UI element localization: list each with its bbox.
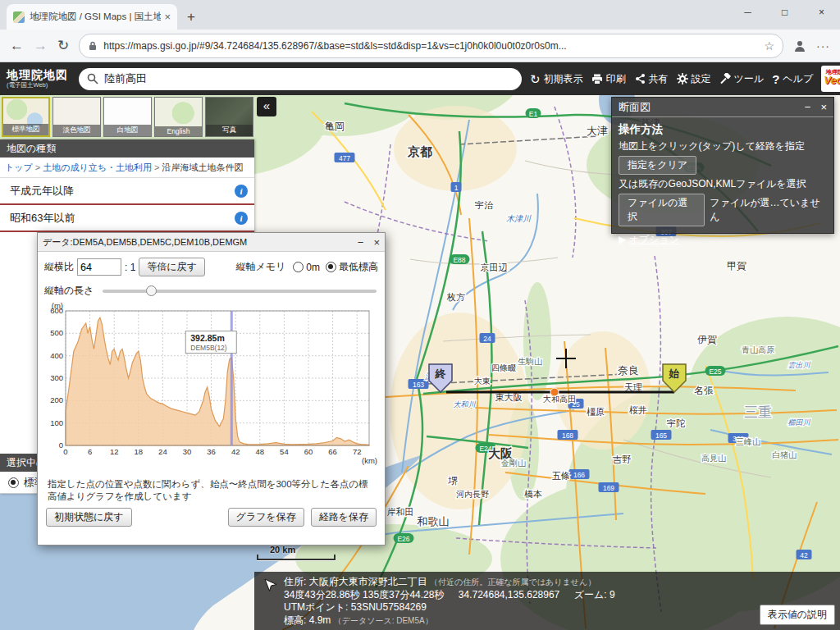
- save-graph-button[interactable]: グラフを保存: [228, 508, 304, 527]
- svg-text:163: 163: [413, 381, 424, 389]
- basemap-thumb-white[interactable]: 白地図: [103, 97, 152, 137]
- instructions-title: 操作方法: [619, 122, 827, 137]
- svg-text:木津川: 木津川: [506, 214, 532, 223]
- svg-text:始: 始: [669, 368, 680, 380]
- svg-text:60: 60: [304, 447, 313, 456]
- help-button[interactable]: ? ヘルプ: [772, 72, 813, 86]
- svg-text:河内長野: 河内長野: [456, 490, 489, 499]
- options-arrow-icon: ▶: [619, 234, 626, 245]
- window-maximize-button[interactable]: □: [766, 0, 803, 25]
- new-tab-button[interactable]: +: [187, 10, 195, 24]
- browser-menu-icon[interactable]: ···: [816, 39, 830, 52]
- address-bar[interactable]: https://maps.gsi.go.jp/#9/34.724684/135.…: [79, 34, 783, 58]
- print-button[interactable]: 印刷: [591, 72, 626, 86]
- share-icon: [634, 73, 646, 84]
- tools-button[interactable]: ツール: [719, 72, 765, 86]
- breadcrumb-item[interactable]: 土地の成り立ち・土地利用: [43, 162, 152, 172]
- svg-text:大和高田: 大和高田: [543, 395, 576, 404]
- clear-route-button[interactable]: 指定をクリア: [619, 156, 696, 175]
- window-close-button[interactable]: ×: [803, 0, 840, 25]
- options-toggle[interactable]: ▶ オプション: [619, 233, 827, 247]
- svg-text:桜井: 桜井: [629, 405, 647, 415]
- bookmark-star-icon[interactable]: ☆: [764, 39, 774, 52]
- svg-text:24: 24: [158, 447, 167, 456]
- svg-text:165: 165: [655, 431, 667, 440]
- yaxis-option[interactable]: 0m: [293, 262, 320, 273]
- svg-text:E88: E88: [453, 256, 465, 264]
- svg-text:166: 166: [573, 471, 585, 479]
- profile-avatar-icon[interactable]: [793, 39, 806, 52]
- reload-button[interactable]: ↻: [57, 39, 69, 52]
- svg-text:(km): (km): [362, 456, 377, 465]
- svg-text:大和川: 大和川: [454, 400, 477, 409]
- svg-text:168: 168: [562, 431, 573, 440]
- svg-text:200: 200: [50, 395, 63, 404]
- panel-minimize-button[interactable]: −: [805, 101, 811, 113]
- reset-view-button[interactable]: ↻ 初期表示: [530, 72, 583, 86]
- basemap-thumb-photo[interactable]: 写真: [205, 97, 253, 137]
- yaxis-option-label: 0m: [306, 262, 320, 273]
- search-value: 陸前高田: [104, 71, 147, 86]
- yaxis-option[interactable]: 最低標高: [326, 260, 378, 274]
- basemap-thumb-pale[interactable]: 淡色地図: [52, 97, 101, 137]
- reset-aspect-button[interactable]: 等倍に戻す: [139, 258, 205, 276]
- panel-close-button[interactable]: ×: [820, 101, 827, 113]
- share-button[interactable]: 共有: [634, 72, 669, 86]
- yaxis-mode-label: 縦軸メモリ: [235, 260, 285, 274]
- svg-text:477: 477: [339, 154, 350, 162]
- svg-text:宇治: 宇治: [475, 200, 494, 210]
- map-scale-bar: 20 km: [257, 545, 336, 560]
- value-explanation-button[interactable]: 表示値の説明: [760, 605, 835, 625]
- slider-thumb[interactable]: [146, 285, 157, 296]
- settings-button[interactable]: 設定: [677, 72, 711, 86]
- layer-label: 平成元年以降: [10, 184, 74, 199]
- svg-text:天理: 天理: [624, 382, 642, 392]
- svg-text:42: 42: [231, 447, 240, 456]
- tab-favicon: [13, 11, 25, 23]
- layer-item[interactable]: 平成元年以降i: [0, 178, 254, 205]
- sidebar-collapse-button[interactable]: «: [257, 97, 276, 116]
- browser-tab[interactable]: 地理院地図 / GSI Maps | 国土地... ×: [7, 4, 177, 30]
- dialog-minimize-button[interactable]: −: [358, 236, 364, 249]
- window-controls: ─ □ ×: [729, 0, 840, 25]
- layer-label: 昭和63年以前: [10, 211, 75, 226]
- layer-item[interactable]: 昭和63年以前i: [0, 205, 254, 232]
- svg-text:宇陀: 宇陀: [667, 418, 685, 428]
- route-point-marker[interactable]: [550, 388, 559, 396]
- reload-icon: ↻: [530, 73, 541, 85]
- yaxis-mode-group: 縦軸メモリ 0m最低標高: [235, 260, 378, 274]
- gsi-vector-badge[interactable]: 地理院地図 Vector: [821, 66, 840, 92]
- reset-state-button[interactable]: 初期状態に戻す: [46, 508, 132, 527]
- yaxis-length-label: 縦軸の長さ: [44, 284, 94, 298]
- svg-text:三重: 三重: [744, 404, 772, 420]
- tab-close-icon[interactable]: ×: [164, 11, 171, 23]
- breadcrumb-item[interactable]: トップ: [5, 162, 33, 172]
- search-input[interactable]: 陸前高田: [79, 68, 522, 90]
- browser-tab-bar: 地理院地図 / GSI Maps | 国土地... × + ─ □ ×: [0, 0, 840, 30]
- svg-text:吉野: 吉野: [612, 454, 631, 464]
- zoom-label: ズーム:: [574, 589, 607, 600]
- dialog-note: 指定した点の位置や点数に関わらず、始点〜終点間を300等分した各点の標高値よりグ…: [38, 477, 385, 504]
- elevation-profile-chart[interactable]: 0100200300400500600061218243036424854606…: [41, 301, 379, 475]
- radio-icon: [293, 262, 304, 272]
- app-logo[interactable]: 地理院地図 (電子国土Web): [7, 69, 71, 89]
- aspect-ratio-input[interactable]: [77, 258, 121, 276]
- save-route-button[interactable]: 経路を保存: [311, 508, 377, 527]
- app-logo-subtitle: (電子国土Web): [7, 82, 71, 89]
- window-minimize-button[interactable]: ─: [729, 0, 766, 25]
- file-select-button[interactable]: ファイルの選択: [619, 194, 705, 226]
- svg-text:京田辺: 京田辺: [481, 262, 508, 272]
- tab-title: 地理院地図 / GSI Maps | 国土地...: [30, 11, 161, 23]
- info-icon[interactable]: i: [235, 212, 248, 225]
- basemap-thumb-std[interactable]: 標準地図: [2, 97, 50, 137]
- dialog-close-button[interactable]: ×: [373, 236, 380, 249]
- back-button[interactable]: ←: [10, 39, 24, 52]
- info-icon[interactable]: i: [235, 185, 248, 198]
- tools-icon: [719, 73, 731, 84]
- coordinates-dms: 34度43分28.86秒 135度37分44.28秒: [284, 589, 444, 600]
- basemap-thumb-en[interactable]: English: [154, 97, 203, 137]
- yaxis-length-slider[interactable]: [103, 290, 377, 293]
- svg-text:岸和田: 岸和田: [387, 507, 414, 517]
- forward-button[interactable]: →: [34, 39, 48, 52]
- svg-text:E26: E26: [397, 535, 409, 543]
